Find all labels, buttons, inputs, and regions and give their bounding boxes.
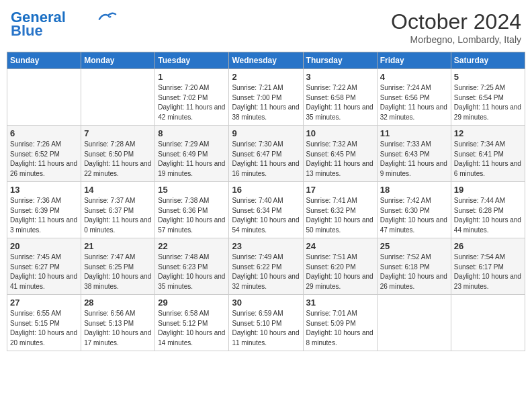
- week-row-3: 13Sunrise: 7:36 AMSunset: 6:39 PMDayligh…: [7, 182, 525, 238]
- day-info: Sunrise: 7:26 AMSunset: 6:52 PMDaylight:…: [10, 140, 78, 179]
- day-header-saturday: Saturday: [451, 52, 525, 69]
- day-cell: 16Sunrise: 7:40 AMSunset: 6:34 PMDayligh…: [229, 182, 303, 238]
- day-number: 16: [232, 185, 300, 195]
- day-info: Sunrise: 7:47 AMSunset: 6:25 PMDaylight:…: [84, 253, 152, 291]
- day-info: Sunrise: 7:20 AMSunset: 7:02 PMDaylight:…: [158, 83, 226, 122]
- day-cell: 2Sunrise: 7:21 AMSunset: 7:00 PMDaylight…: [229, 69, 303, 126]
- day-info: Sunrise: 7:30 AMSunset: 6:47 PMDaylight:…: [232, 140, 300, 179]
- day-number: 25: [380, 241, 448, 251]
- day-number: 23: [232, 241, 300, 251]
- day-cell: 10Sunrise: 7:32 AMSunset: 6:45 PMDayligh…: [303, 126, 377, 182]
- day-number: 17: [306, 185, 374, 195]
- day-info: Sunrise: 7:44 AMSunset: 6:28 PMDaylight:…: [454, 196, 522, 235]
- day-header-tuesday: Tuesday: [155, 52, 229, 69]
- day-cell: 3Sunrise: 7:22 AMSunset: 6:58 PMDaylight…: [303, 69, 377, 126]
- day-info: Sunrise: 7:52 AMSunset: 6:18 PMDaylight:…: [380, 253, 448, 291]
- day-number: 20: [10, 241, 78, 251]
- day-info: Sunrise: 7:41 AMSunset: 6:32 PMDaylight:…: [306, 196, 374, 235]
- day-cell: 20Sunrise: 7:45 AMSunset: 6:27 PMDayligh…: [7, 238, 81, 295]
- day-number: 31: [306, 298, 374, 308]
- day-number: 10: [306, 128, 374, 138]
- day-number: 15: [158, 185, 226, 195]
- page-header: General Blue October 2024 Morbegno, Lomb…: [7, 7, 525, 48]
- day-cell: 28Sunrise: 6:56 AMSunset: 5:13 PMDayligh…: [81, 295, 155, 351]
- day-cell: 12Sunrise: 7:34 AMSunset: 6:41 PMDayligh…: [451, 126, 525, 182]
- day-cell: 5Sunrise: 7:25 AMSunset: 6:54 PMDaylight…: [451, 69, 525, 126]
- day-info: Sunrise: 6:59 AMSunset: 5:10 PMDaylight:…: [232, 309, 300, 348]
- day-number: 21: [84, 241, 152, 251]
- day-cell: [377, 295, 451, 351]
- day-number: 28: [84, 298, 152, 308]
- day-header-monday: Monday: [81, 52, 155, 69]
- day-header-wednesday: Wednesday: [229, 52, 303, 69]
- day-number: 14: [84, 185, 152, 195]
- day-header-sunday: Sunday: [7, 52, 81, 69]
- day-number: 26: [454, 241, 522, 251]
- day-cell: 18Sunrise: 7:42 AMSunset: 6:30 PMDayligh…: [377, 182, 451, 238]
- logo-text-blue: Blue: [11, 23, 43, 39]
- day-info: Sunrise: 7:40 AMSunset: 6:34 PMDaylight:…: [232, 196, 300, 235]
- day-info: Sunrise: 7:48 AMSunset: 6:23 PMDaylight:…: [158, 253, 226, 291]
- day-number: 6: [10, 128, 78, 138]
- day-cell: 24Sunrise: 7:51 AMSunset: 6:20 PMDayligh…: [303, 238, 377, 295]
- day-number: 22: [158, 241, 226, 251]
- day-cell: 30Sunrise: 6:59 AMSunset: 5:10 PMDayligh…: [229, 295, 303, 351]
- day-cell: 14Sunrise: 7:37 AMSunset: 6:37 PMDayligh…: [81, 182, 155, 238]
- day-info: Sunrise: 7:22 AMSunset: 6:58 PMDaylight:…: [306, 83, 374, 122]
- day-number: 18: [380, 185, 448, 195]
- day-info: Sunrise: 7:29 AMSunset: 6:49 PMDaylight:…: [158, 140, 226, 179]
- day-info: Sunrise: 7:37 AMSunset: 6:37 PMDaylight:…: [84, 196, 152, 235]
- day-info: Sunrise: 7:21 AMSunset: 7:00 PMDaylight:…: [232, 83, 300, 122]
- day-cell: 21Sunrise: 7:47 AMSunset: 6:25 PMDayligh…: [81, 238, 155, 295]
- location: Morbegno, Lombardy, Italy: [391, 34, 521, 45]
- logo-icon: [98, 10, 117, 22]
- day-cell: 15Sunrise: 7:38 AMSunset: 6:36 PMDayligh…: [155, 182, 229, 238]
- week-row-2: 6Sunrise: 7:26 AMSunset: 6:52 PMDaylight…: [7, 126, 525, 182]
- day-info: Sunrise: 7:36 AMSunset: 6:39 PMDaylight:…: [10, 196, 78, 235]
- day-info: Sunrise: 6:56 AMSunset: 5:13 PMDaylight:…: [84, 309, 152, 348]
- day-cell: 8Sunrise: 7:29 AMSunset: 6:49 PMDaylight…: [155, 126, 229, 182]
- week-row-5: 27Sunrise: 6:55 AMSunset: 5:15 PMDayligh…: [7, 295, 525, 351]
- day-number: 8: [158, 128, 226, 138]
- day-cell: 6Sunrise: 7:26 AMSunset: 6:52 PMDaylight…: [7, 126, 81, 182]
- day-number: 12: [454, 128, 522, 138]
- day-number: 4: [380, 72, 448, 82]
- week-row-1: 1Sunrise: 7:20 AMSunset: 7:02 PMDaylight…: [7, 69, 525, 126]
- day-number: 1: [158, 72, 226, 82]
- day-cell: 11Sunrise: 7:33 AMSunset: 6:43 PMDayligh…: [377, 126, 451, 182]
- day-number: 2: [232, 72, 300, 82]
- day-number: 9: [232, 128, 300, 138]
- day-number: 27: [10, 298, 78, 308]
- day-info: Sunrise: 7:54 AMSunset: 6:17 PMDaylight:…: [454, 253, 522, 291]
- day-cell: 17Sunrise: 7:41 AMSunset: 6:32 PMDayligh…: [303, 182, 377, 238]
- day-info: Sunrise: 6:58 AMSunset: 5:12 PMDaylight:…: [158, 309, 226, 348]
- day-info: Sunrise: 7:25 AMSunset: 6:54 PMDaylight:…: [454, 83, 522, 122]
- day-number: 19: [454, 185, 522, 195]
- day-info: Sunrise: 7:49 AMSunset: 6:22 PMDaylight:…: [232, 253, 300, 291]
- day-number: 5: [454, 72, 522, 82]
- logo: General Blue: [11, 9, 117, 39]
- day-number: 30: [232, 298, 300, 308]
- day-info: Sunrise: 7:34 AMSunset: 6:41 PMDaylight:…: [454, 140, 522, 179]
- day-cell: 4Sunrise: 7:24 AMSunset: 6:56 PMDaylight…: [377, 69, 451, 126]
- title-block: October 2024 Morbegno, Lombardy, Italy: [391, 9, 521, 45]
- day-info: Sunrise: 7:38 AMSunset: 6:36 PMDaylight:…: [158, 196, 226, 235]
- header-row: SundayMondayTuesdayWednesdayThursdayFrid…: [7, 52, 525, 69]
- day-cell: 27Sunrise: 6:55 AMSunset: 5:15 PMDayligh…: [7, 295, 81, 351]
- day-number: 3: [306, 72, 374, 82]
- day-number: 24: [306, 241, 374, 251]
- calendar-table: SundayMondayTuesdayWednesdayThursdayFrid…: [7, 52, 525, 351]
- day-info: Sunrise: 7:42 AMSunset: 6:30 PMDaylight:…: [380, 196, 448, 235]
- day-info: Sunrise: 7:01 AMSunset: 5:09 PMDaylight:…: [306, 309, 374, 348]
- day-number: 29: [158, 298, 226, 308]
- day-cell: 1Sunrise: 7:20 AMSunset: 7:02 PMDaylight…: [155, 69, 229, 126]
- day-cell: 23Sunrise: 7:49 AMSunset: 6:22 PMDayligh…: [229, 238, 303, 295]
- day-info: Sunrise: 7:32 AMSunset: 6:45 PMDaylight:…: [306, 140, 374, 179]
- day-cell: 22Sunrise: 7:48 AMSunset: 6:23 PMDayligh…: [155, 238, 229, 295]
- day-info: Sunrise: 6:55 AMSunset: 5:15 PMDaylight:…: [10, 309, 78, 348]
- day-info: Sunrise: 7:28 AMSunset: 6:50 PMDaylight:…: [84, 140, 152, 179]
- day-info: Sunrise: 7:45 AMSunset: 6:27 PMDaylight:…: [10, 253, 78, 291]
- day-cell: 31Sunrise: 7:01 AMSunset: 5:09 PMDayligh…: [303, 295, 377, 351]
- day-cell: 19Sunrise: 7:44 AMSunset: 6:28 PMDayligh…: [451, 182, 525, 238]
- day-info: Sunrise: 7:33 AMSunset: 6:43 PMDaylight:…: [380, 140, 448, 179]
